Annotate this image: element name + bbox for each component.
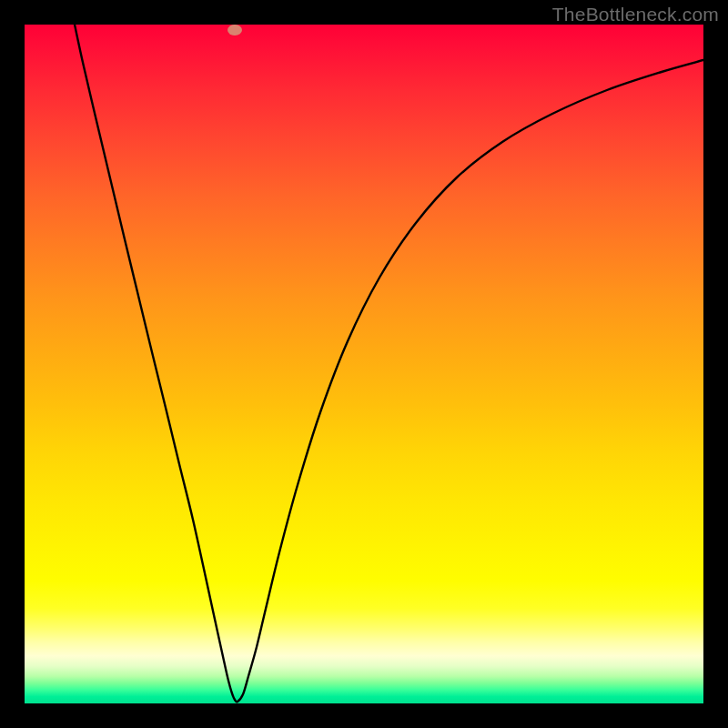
bottleneck-curve: [75, 25, 703, 702]
chart-frame: TheBottleneck.com: [0, 0, 728, 728]
curve-svg: [25, 25, 703, 703]
optimal-point-marker: [228, 25, 242, 35]
watermark-text: TheBottleneck.com: [552, 4, 719, 25]
plot-area: [25, 25, 703, 703]
